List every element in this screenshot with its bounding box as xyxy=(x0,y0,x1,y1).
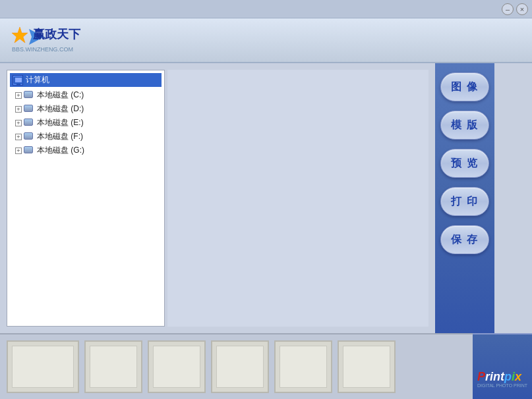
thumbnail-strip xyxy=(0,333,473,399)
tree-item-e[interactable]: + 本地磁盘 (E:) xyxy=(10,116,162,130)
disk-icon-e xyxy=(24,119,34,128)
printpix-branding: Printpix DIGITAL PHOTO PRINT xyxy=(473,333,532,399)
disk-icon-d xyxy=(24,105,34,114)
preview-button[interactable]: 预 览 xyxy=(440,149,489,178)
logo-svg: 赢政天下 BBS.WINZHENG.COM xyxy=(8,24,113,57)
disk-icon-c xyxy=(24,91,34,100)
printpix-svg: Printpix DIGITAL PHOTO PRINT xyxy=(476,366,529,390)
printpix-logo: Printpix DIGITAL PHOTO PRINT xyxy=(476,366,529,392)
thumbnail-6[interactable] xyxy=(338,340,396,393)
thumbnail-4[interactable] xyxy=(211,340,269,393)
svg-text:DIGITAL PHOTO PRINT: DIGITAL PHOTO PRINT xyxy=(477,383,528,388)
tree-item-d[interactable]: + 本地磁盘 (D:) xyxy=(10,102,162,116)
tree-item-g[interactable]: + 本地磁盘 (G:) xyxy=(10,144,162,157)
header: 赢政天下 BBS.WINZHENG.COM xyxy=(0,18,532,63)
bottom-area: Printpix DIGITAL PHOTO PRINT xyxy=(0,333,532,399)
left-panel: 计算机 + 本地磁盘 (C:) + 本地磁盘 (D:) xyxy=(0,63,435,333)
expand-icon-f[interactable]: + xyxy=(15,134,22,140)
tree-label-f: 本地磁盘 (F:) xyxy=(37,131,83,142)
right-sidebar: 图 像 模 版 预 览 打 印 保 存 xyxy=(435,63,494,333)
tree-label-g: 本地磁盘 (G:) xyxy=(37,145,84,156)
svg-rect-6 xyxy=(16,84,20,85)
template-button[interactable]: 模 版 xyxy=(440,111,489,140)
tree-root-label: 计算机 xyxy=(26,74,49,86)
tree-item-f[interactable]: + 本地磁盘 (F:) xyxy=(10,130,162,144)
print-button[interactable]: 打 印 xyxy=(440,187,489,216)
svg-rect-5 xyxy=(15,78,22,82)
svg-marker-0 xyxy=(12,27,28,43)
disk-icon-f xyxy=(24,132,34,142)
expand-icon-g[interactable]: + xyxy=(15,147,22,154)
svg-text:Printpix: Printpix xyxy=(477,370,522,383)
title-bar: – × xyxy=(0,0,532,18)
disk-icon-g xyxy=(24,146,34,155)
save-button[interactable]: 保 存 xyxy=(440,225,489,254)
expand-icon-e[interactable]: + xyxy=(15,120,22,126)
image-button[interactable]: 图 像 xyxy=(440,72,489,101)
close-button[interactable]: × xyxy=(516,3,528,15)
thumbnail-1[interactable] xyxy=(7,340,79,393)
thumbnail-2[interactable] xyxy=(84,340,142,393)
computer-icon xyxy=(13,75,23,86)
main-view xyxy=(167,70,429,327)
file-tree: 计算机 + 本地磁盘 (C:) + 本地磁盘 (D:) xyxy=(7,70,165,327)
svg-text:BBS.WINZHENG.COM: BBS.WINZHENG.COM xyxy=(12,46,73,53)
thumbnail-3[interactable] xyxy=(148,340,206,393)
tree-label-e: 本地磁盘 (E:) xyxy=(37,117,84,128)
app-container: 赢政天下 BBS.WINZHENG.COM xyxy=(0,18,532,399)
thumbnail-5[interactable] xyxy=(274,340,332,393)
tree-label-d: 本地磁盘 (D:) xyxy=(37,103,84,115)
expand-icon-d[interactable]: + xyxy=(15,106,22,113)
tree-root-node[interactable]: 计算机 xyxy=(10,73,162,87)
logo-area: 赢政天下 BBS.WINZHENG.COM xyxy=(8,24,113,57)
tree-label-c: 本地磁盘 (C:) xyxy=(37,90,84,101)
main-content: 计算机 + 本地磁盘 (C:) + 本地磁盘 (D:) xyxy=(0,63,532,333)
expand-icon-c[interactable]: + xyxy=(15,92,22,99)
tree-item-c[interactable]: + 本地磁盘 (C:) xyxy=(10,88,162,102)
svg-text:赢政天下: 赢政天下 xyxy=(33,28,81,41)
minimize-button[interactable]: – xyxy=(502,3,514,15)
